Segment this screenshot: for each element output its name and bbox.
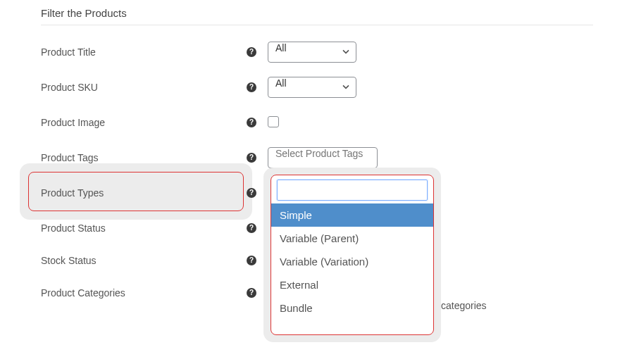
label-product-title: Product Title: [41, 46, 247, 58]
product-types-option-external[interactable]: External: [271, 273, 433, 296]
product-image-checkbox[interactable]: [268, 116, 279, 127]
row-product-types: Product Types ? Simple Variable (Parent)…: [41, 182, 593, 204]
product-types-dropdown: Simple Variable (Parent) Variable (Varia…: [271, 203, 433, 334]
label-product-categories: Product Categories: [41, 287, 247, 299]
product-sku-select-value: All: [275, 77, 287, 89]
section-divider: [41, 25, 593, 25]
row-product-sku: Product SKU ? All: [41, 76, 593, 99]
product-title-select[interactable]: All: [268, 42, 356, 63]
help-icon[interactable]: ?: [247, 223, 256, 233]
product-types-option-variable-parent[interactable]: Variable (Parent): [271, 227, 433, 250]
product-types-option-simple[interactable]: Simple: [271, 203, 433, 227]
product-types-option-variable-variation[interactable]: Variable (Variation): [271, 250, 433, 273]
label-product-sku: Product SKU: [41, 82, 247, 93]
help-icon[interactable]: ?: [247, 82, 256, 92]
row-product-image: Product Image ?: [41, 111, 593, 134]
help-icon[interactable]: ?: [247, 118, 256, 127]
product-types-option-bundle[interactable]: Bundle: [271, 296, 433, 320]
label-stock-status: Stock Status: [41, 255, 247, 266]
label-product-image: Product Image: [41, 117, 247, 128]
chevron-down-icon: [342, 82, 350, 91]
row-product-title: Product Title ? All: [41, 41, 593, 63]
chevron-down-icon: [342, 47, 350, 56]
section-title: Filter the Products: [41, 7, 593, 19]
product-tags-input[interactable]: Select Product Tags: [268, 147, 378, 168]
help-icon[interactable]: ?: [247, 153, 256, 163]
highlight-box-dropdown: Simple Variable (Parent) Variable (Varia…: [263, 168, 441, 342]
label-product-tags: Product Tags: [41, 152, 247, 163]
product-sku-select[interactable]: All: [268, 77, 356, 98]
label-product-types: Product Types: [41, 187, 247, 199]
help-icon[interactable]: ?: [247, 188, 256, 198]
product-tags-placeholder: Select Product Tags: [275, 148, 363, 159]
product-title-select-value: All: [275, 42, 287, 54]
product-types-search-input[interactable]: [277, 180, 428, 201]
help-icon[interactable]: ?: [247, 288, 256, 298]
help-icon[interactable]: ?: [247, 256, 256, 265]
label-product-status: Product Status: [41, 222, 247, 234]
help-icon[interactable]: ?: [247, 47, 256, 57]
